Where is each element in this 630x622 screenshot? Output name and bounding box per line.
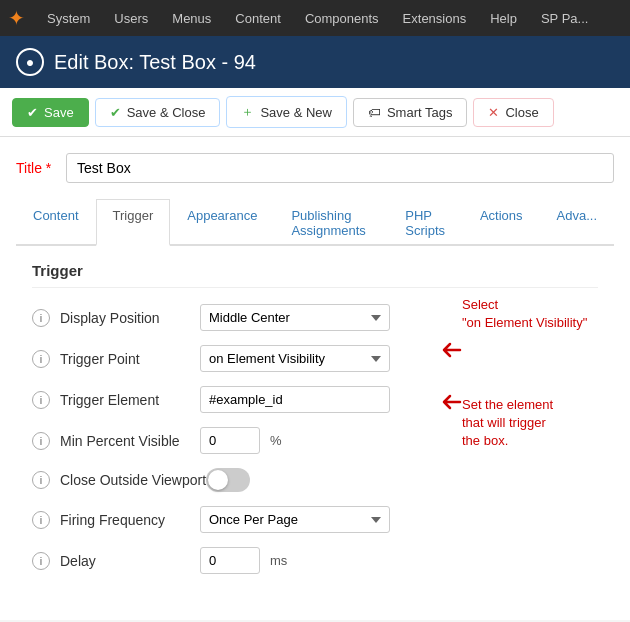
delay-info[interactable]: i (32, 552, 50, 570)
tab-actions[interactable]: Actions (463, 199, 540, 246)
display-position-row: i Display Position Middle Center Top Lef… (32, 304, 598, 331)
min-percent-row: i Min Percent Visible % (32, 427, 598, 454)
panel-title: Trigger (32, 262, 598, 288)
toggle-knob (208, 470, 228, 490)
close-label: Close (505, 105, 538, 120)
close-outside-label: Close Outside Viewport (60, 472, 206, 488)
delay-control: ms (200, 547, 287, 574)
display-position-select[interactable]: Middle Center Top Left Top Center Top Ri… (200, 304, 390, 331)
save-icon: ✔ (27, 105, 38, 120)
save-button[interactable]: ✔ Save (12, 98, 89, 127)
toolbar: ✔ Save ✔ Save & Close ＋ Save & New 🏷 Sma… (0, 88, 630, 137)
trigger-element-row: i Trigger Element Set the elementthat wi… (32, 386, 598, 413)
percent-unit: % (270, 433, 282, 448)
firing-frequency-label: Firing Frequency (60, 512, 200, 528)
delay-input[interactable] (200, 547, 260, 574)
save-close-label: Save & Close (127, 105, 206, 120)
nav-content[interactable]: Content (225, 0, 291, 36)
smart-tags-button[interactable]: 🏷 Smart Tags (353, 98, 468, 127)
save-close-button[interactable]: ✔ Save & Close (95, 98, 221, 127)
title-bar: ● Edit Box: Test Box - 94 (0, 36, 630, 88)
title-label: Title * (16, 160, 56, 176)
title-input[interactable] (66, 153, 614, 183)
trigger-point-select[interactable]: on Element Visibility on Page Load on Sc… (200, 345, 390, 372)
tab-appearance[interactable]: Appearance (170, 199, 274, 246)
joomla-logo: ✦ (8, 6, 25, 30)
title-icon: ● (16, 48, 44, 76)
tag-icon: 🏷 (368, 105, 381, 120)
min-percent-label: Min Percent Visible (60, 433, 200, 449)
trigger-element-control (200, 386, 390, 413)
tab-php[interactable]: PHP Scripts (388, 199, 463, 246)
close-outside-row: i Close Outside Viewport (32, 468, 598, 492)
nav-extensions[interactable]: Extensions (393, 0, 477, 36)
trigger-point-label: Trigger Point (60, 351, 200, 367)
trigger-element-label: Trigger Element (60, 392, 200, 408)
trigger-point-row: i Trigger Point on Element Visibility on… (32, 345, 598, 372)
delay-row: i Delay ms (32, 547, 598, 574)
smart-tags-label: Smart Tags (387, 105, 453, 120)
display-position-label: Display Position (60, 310, 200, 326)
firing-frequency-control: Once Per Page Once Per Session Every Pag… (200, 506, 390, 533)
arrow-2 (440, 390, 464, 414)
nav-system[interactable]: System (37, 0, 100, 36)
save-new-label: Save & New (260, 105, 332, 120)
close-outside-info[interactable]: i (32, 471, 50, 489)
trigger-panel: Trigger i Display Position Middle Center… (16, 246, 614, 604)
page-title: Edit Box: Test Box - 94 (54, 51, 256, 74)
min-percent-input[interactable] (200, 427, 260, 454)
display-position-info[interactable]: i (32, 309, 50, 327)
top-nav: ✦ System Users Menus Content Components … (0, 0, 630, 36)
tab-trigger[interactable]: Trigger (96, 199, 171, 246)
min-percent-info[interactable]: i (32, 432, 50, 450)
close-button[interactable]: ✕ Close (473, 98, 553, 127)
firing-frequency-select[interactable]: Once Per Page Once Per Session Every Pag… (200, 506, 390, 533)
save-new-button[interactable]: ＋ Save & New (226, 96, 347, 128)
trigger-point-control: on Element Visibility on Page Load on Sc… (200, 345, 390, 372)
close-outside-toggle[interactable] (206, 468, 250, 492)
close-outside-control (206, 468, 250, 492)
plus-icon: ＋ (241, 103, 254, 121)
tab-adva[interactable]: Adva... (540, 199, 614, 246)
tab-publishing[interactable]: Publishing Assignments (274, 199, 388, 246)
save-label: Save (44, 105, 74, 120)
trigger-point-info[interactable]: i (32, 350, 50, 368)
nav-menus[interactable]: Menus (162, 0, 221, 36)
check-icon: ✔ (110, 105, 121, 120)
firing-frequency-row: i Firing Frequency Once Per Page Once Pe… (32, 506, 598, 533)
close-icon: ✕ (488, 105, 499, 120)
tabs-bar: Content Trigger Appearance Publishing As… (16, 199, 614, 246)
firing-frequency-info[interactable]: i (32, 511, 50, 529)
required-marker: * (46, 160, 51, 176)
delay-unit: ms (270, 553, 287, 568)
display-position-control: Middle Center Top Left Top Center Top Ri… (200, 304, 390, 331)
annotation-select: Select"on Element Visibility" (462, 296, 630, 332)
tab-content[interactable]: Content (16, 199, 96, 246)
nav-users[interactable]: Users (104, 0, 158, 36)
delay-label: Delay (60, 553, 200, 569)
trigger-element-input[interactable] (200, 386, 390, 413)
fields-container: i Display Position Middle Center Top Lef… (32, 304, 598, 574)
nav-sp[interactable]: SP Pa... (531, 0, 598, 36)
min-percent-control: % (200, 427, 282, 454)
nav-help[interactable]: Help (480, 0, 527, 36)
trigger-element-info[interactable]: i (32, 391, 50, 409)
form-area: Title * Content Trigger Appearance Publi… (0, 137, 630, 620)
nav-components[interactable]: Components (295, 0, 389, 36)
title-row: Title * (16, 153, 614, 183)
